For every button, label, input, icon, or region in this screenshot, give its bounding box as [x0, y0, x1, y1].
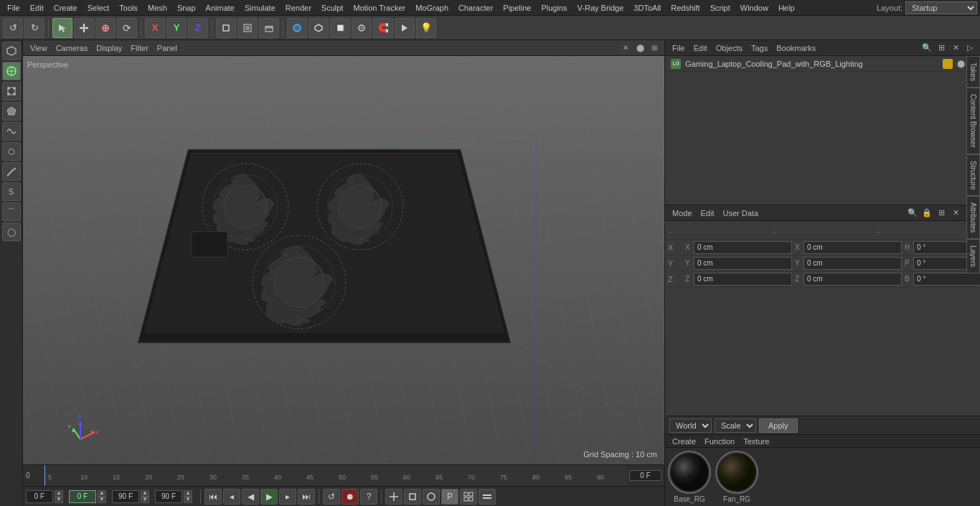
axis-x-button[interactable]: X: [145, 18, 165, 38]
vtab-structure[interactable]: Structure: [966, 154, 980, 197]
object-color-chip[interactable]: [943, 59, 953, 69]
material-swatch-base[interactable]: [668, 451, 711, 494]
help-button[interactable]: ?: [360, 489, 377, 505]
vp-icon-settings[interactable]: ⬤: [634, 42, 646, 54]
obj-search-icon[interactable]: 🔍: [921, 42, 933, 54]
attr-settings-icon[interactable]: ⊞: [936, 207, 947, 219]
menu-render[interactable]: Render: [281, 2, 316, 14]
timeline-ruler[interactable]: 5 10 15 20 25 30 35 40 45 50 55 60 65 70…: [44, 465, 626, 486]
obj-menu-tags[interactable]: Tags: [748, 42, 771, 54]
attr-x-pos-input[interactable]: [694, 241, 792, 254]
current-frame-input[interactable]: [629, 470, 661, 481]
transport-current-down[interactable]: ▼: [98, 497, 106, 503]
transport-end-down1[interactable]: ▼: [141, 497, 149, 503]
play-button[interactable]: ▶: [260, 489, 278, 505]
face-mode-btn[interactable]: [2, 102, 21, 121]
attr-z-rot-input[interactable]: [913, 273, 980, 286]
attr-menu-userdata[interactable]: User Data: [720, 207, 762, 219]
menu-edit[interactable]: Edit: [26, 2, 48, 14]
menu-snap[interactable]: Snap: [173, 2, 200, 14]
mat-menu-create[interactable]: Create: [669, 436, 699, 447]
object-row-cooling-pad[interactable]: L0 Gaming_Laptop_Cooling_Pad_with_RGB_Li…: [665, 56, 980, 72]
menu-create[interactable]: Create: [50, 2, 82, 14]
vp-icon-expand[interactable]: ⊞: [649, 42, 660, 54]
menu-help[interactable]: Help: [774, 2, 799, 14]
bridge-btn[interactable]: ⌒: [2, 202, 21, 221]
grid-btn[interactable]: [460, 489, 477, 505]
vp-menu-cameras[interactable]: Cameras: [53, 42, 91, 54]
axis-z-button[interactable]: Z: [188, 18, 208, 38]
goto-end-button[interactable]: ⏭: [298, 489, 315, 505]
play-back-button[interactable]: ◀: [242, 489, 259, 505]
menu-tools[interactable]: Tools: [115, 2, 142, 14]
material-item-base[interactable]: Base_RG: [668, 451, 711, 503]
clapper-button[interactable]: [259, 18, 279, 38]
snap-button[interactable]: 🔲: [330, 18, 350, 38]
nurbs-btn[interactable]: [2, 122, 21, 141]
menu-file[interactable]: File: [3, 2, 24, 14]
model-mode-btn[interactable]: [2, 42, 21, 60]
vtab-layers[interactable]: Layers: [966, 239, 980, 273]
mat-menu-function[interactable]: Function: [702, 436, 738, 447]
apply-button[interactable]: Apply: [759, 418, 798, 433]
vp-icon-maximize[interactable]: ✕: [620, 42, 631, 54]
redo-button[interactable]: ↻: [24, 18, 44, 38]
attr-menu-edit[interactable]: Edit: [698, 207, 717, 219]
layout-select[interactable]: Startup: [905, 1, 977, 14]
menu-pipeline[interactable]: Pipeline: [499, 2, 535, 14]
undo-button[interactable]: ↺: [3, 18, 23, 38]
select-mode-button[interactable]: [52, 18, 72, 38]
transport-start-input[interactable]: [26, 490, 53, 503]
attr-z-size-input[interactable]: [804, 273, 902, 286]
coord-system-select[interactable]: World: [669, 418, 712, 433]
transport-end-input2[interactable]: [155, 490, 182, 503]
material-swatch-fan[interactable]: [715, 451, 758, 494]
menu-window[interactable]: Window: [736, 2, 773, 14]
menu-animate[interactable]: Animate: [202, 2, 239, 14]
vtab-takes[interactable]: Takes: [966, 56, 980, 88]
vtab-attributes[interactable]: Attributes: [966, 196, 980, 239]
vp-menu-filter[interactable]: Filter: [128, 42, 151, 54]
loop-button[interactable]: ↺: [323, 489, 340, 505]
transport-current-input[interactable]: [69, 490, 96, 503]
obj-menu-bookmarks[interactable]: Bookmarks: [773, 42, 819, 54]
vtab-content-browser[interactable]: Content Browser: [966, 88, 980, 154]
obj-menu-objects[interactable]: Objects: [713, 42, 745, 54]
attr-close-icon[interactable]: ✕: [950, 207, 961, 219]
goto-start-button[interactable]: ⏮: [204, 489, 222, 505]
menu-plugins[interactable]: Plugins: [537, 2, 571, 14]
transport-start-down[interactable]: ▼: [55, 497, 63, 503]
attr-search-icon[interactable]: 🔍: [907, 207, 918, 219]
vp-menu-view[interactable]: View: [27, 42, 50, 54]
obj-settings-icon[interactable]: ⊞: [936, 42, 947, 54]
rotate-tool-btn[interactable]: [423, 489, 440, 505]
world-coords-button[interactable]: [287, 18, 307, 38]
menu-mograph[interactable]: MoGraph: [411, 2, 453, 14]
obj-menu-file[interactable]: File: [669, 42, 688, 54]
transport-end-input1[interactable]: [112, 490, 139, 503]
menu-sculpt[interactable]: Sculpt: [317, 2, 348, 14]
vp-menu-panel[interactable]: Panel: [154, 42, 180, 54]
magnet-button[interactable]: 🧲: [373, 18, 393, 38]
mat-menu-texture[interactable]: Texture: [740, 436, 772, 447]
attr-lock-icon[interactable]: 🔒: [921, 207, 933, 219]
move-button[interactable]: [74, 18, 94, 38]
vp-menu-display[interactable]: Display: [93, 42, 125, 54]
attr-y-pos-input[interactable]: [694, 257, 792, 270]
menu-script[interactable]: Script: [706, 2, 735, 14]
obj-menu-edit[interactable]: Edit: [691, 42, 710, 54]
edge-mode-btn[interactable]: [2, 82, 21, 100]
render-region-button[interactable]: [237, 18, 258, 38]
menu-character[interactable]: Character: [454, 2, 497, 14]
dot1[interactable]: ⬤: [957, 60, 965, 67]
material-item-fan[interactable]: Fan_RG: [715, 451, 758, 503]
object-coords-button[interactable]: [308, 18, 329, 38]
timeline-view-btn[interactable]: [479, 489, 496, 505]
smooth-btn[interactable]: ◯: [2, 222, 21, 241]
move-tool-btn[interactable]: [385, 489, 402, 505]
obj-expand-icon[interactable]: ▷: [964, 42, 976, 54]
knife-btn[interactable]: [2, 162, 21, 181]
object-mode-button[interactable]: [216, 18, 236, 38]
menu-vray[interactable]: V-Ray Bridge: [573, 2, 628, 14]
menu-motion-tracker[interactable]: Motion Tracker: [349, 2, 410, 14]
